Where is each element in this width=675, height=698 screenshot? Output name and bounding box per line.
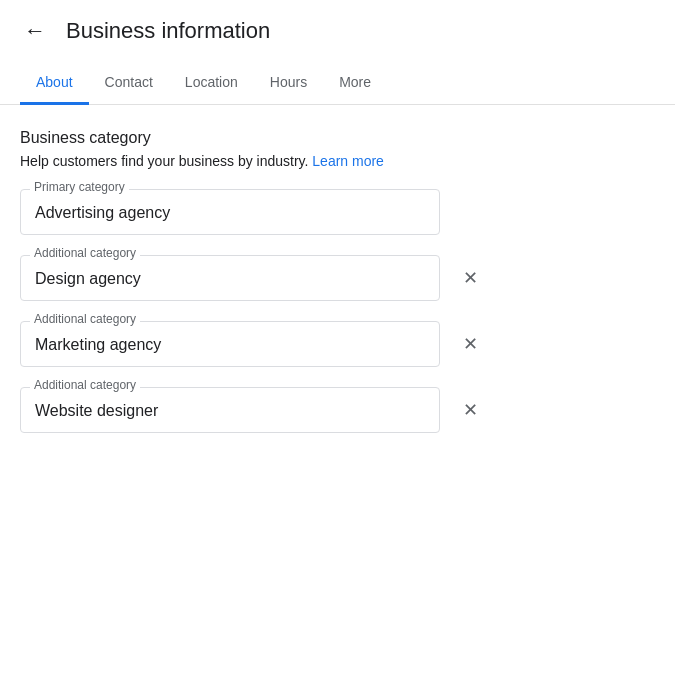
back-icon: ← xyxy=(24,18,46,44)
remove-additional-1-button[interactable]: ✕ xyxy=(452,260,488,296)
additional-category-2-label: Additional category xyxy=(30,312,140,326)
remove-additional-2-button[interactable]: ✕ xyxy=(452,326,488,362)
tab-hours[interactable]: Hours xyxy=(254,62,323,105)
page-title: Business information xyxy=(66,18,270,44)
field-row-additional-2: Additional category ✕ xyxy=(20,321,655,367)
remove-icon-2: ✕ xyxy=(463,333,478,355)
tab-more[interactable]: More xyxy=(323,62,387,105)
field-row-additional-1: Additional category ✕ xyxy=(20,255,655,301)
field-row-primary: Primary category xyxy=(20,189,655,235)
section-description: Help customers find your business by ind… xyxy=(20,153,655,169)
remove-icon-1: ✕ xyxy=(463,267,478,289)
remove-additional-3-button[interactable]: ✕ xyxy=(452,392,488,428)
additional-category-1-input[interactable] xyxy=(20,255,440,301)
back-button[interactable]: ← xyxy=(20,14,50,48)
remove-icon-3: ✕ xyxy=(463,399,478,421)
tab-about[interactable]: About xyxy=(20,62,89,105)
additional-category-1-label: Additional category xyxy=(30,246,140,260)
additional-category-2-input[interactable] xyxy=(20,321,440,367)
header: ← Business information xyxy=(0,0,675,62)
additional-category-3-input[interactable] xyxy=(20,387,440,433)
primary-category-input[interactable] xyxy=(20,189,440,235)
tab-contact[interactable]: Contact xyxy=(89,62,169,105)
tab-bar: About Contact Location Hours More xyxy=(0,62,675,105)
additional-category-1-wrapper: Additional category xyxy=(20,255,440,301)
section-title: Business category xyxy=(20,129,655,147)
field-row-additional-3: Additional category ✕ xyxy=(20,387,655,433)
tab-location[interactable]: Location xyxy=(169,62,254,105)
additional-category-3-label: Additional category xyxy=(30,378,140,392)
content-area: Business category Help customers find yo… xyxy=(0,105,675,477)
additional-category-2-wrapper: Additional category xyxy=(20,321,440,367)
section-desc-text: Help customers find your business by ind… xyxy=(20,153,308,169)
primary-category-label: Primary category xyxy=(30,180,129,194)
additional-category-3-wrapper: Additional category xyxy=(20,387,440,433)
primary-category-wrapper: Primary category xyxy=(20,189,440,235)
learn-more-link[interactable]: Learn more xyxy=(312,153,384,169)
